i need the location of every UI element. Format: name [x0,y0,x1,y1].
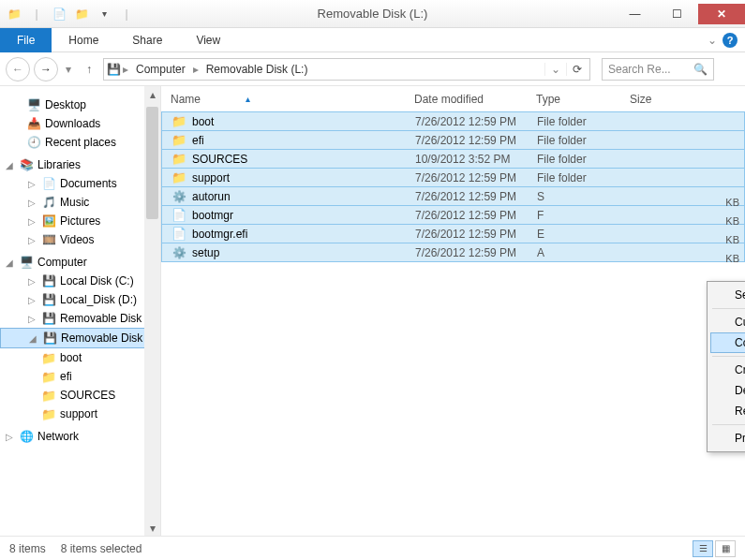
tree-label: support [60,407,97,420]
breadcrumb-segment[interactable]: Computer [130,63,191,76]
maximize-button[interactable]: ☐ [656,4,698,24]
scrollbar-thumb[interactable] [146,107,158,219]
scroll-up-icon[interactable]: ▴ [144,86,160,102]
tree-item-drive-selected[interactable]: ◢Removable Disk ( [0,328,160,348]
minimize-button[interactable]: — [614,4,656,24]
expand-icon[interactable]: ▷ [26,179,37,189]
file-row[interactable]: bootmgr7/26/2012 12:59 PMFKB [161,205,745,225]
address-dropdown-icon[interactable]: ⌄ [544,63,566,76]
file-row[interactable]: SOURCES10/9/2012 3:52 PMFile folder [161,149,745,169]
collapse-icon[interactable]: ◢ [27,333,38,344]
file-date: 7/26/2012 12:59 PM [415,171,537,184]
menu-separator [712,356,745,357]
folder-icon [171,152,186,167]
back-button[interactable]: ← [6,57,30,81]
up-button[interactable]: ↑ [79,63,99,76]
scroll-down-icon[interactable]: ▾ [144,520,160,536]
tree-item-network[interactable]: ▷Network [0,427,160,446]
tree-label: Network [37,430,79,443]
file-type: File folder [537,171,631,184]
documents-icon [41,176,56,191]
tree-label: efi [60,370,72,383]
tree-item-drive[interactable]: ▷Local_Disk (D:) [0,290,160,309]
menu-rename[interactable]: Rename [710,401,745,421]
chevron-right-icon[interactable]: ▸ [121,63,130,76]
scrollbar-track[interactable]: ▴ ▾ [144,86,160,536]
tree-item-videos[interactable]: ▷Videos [0,230,160,249]
view-tab[interactable]: View [179,29,237,52]
forward-button[interactable]: → [34,57,58,81]
expand-icon[interactable]: ▷ [26,216,37,227]
menu-separator [712,308,745,309]
new-folder-icon[interactable]: 📄 [49,4,69,24]
file-name: bootmgr [192,209,233,222]
menu-delete[interactable]: Delete [710,380,745,401]
address-bar[interactable]: ▸ Computer ▸ Removable Disk (L:) ⌄ ⟳ [103,58,590,81]
column-size-header[interactable]: Size [630,93,745,106]
menu-copy[interactable]: Copy [710,332,745,353]
expand-icon[interactable]: ▷ [26,276,37,287]
expand-icon[interactable]: ▷ [26,235,37,245]
menu-properties[interactable]: Properties [710,428,745,449]
file-row[interactable]: bootmgr.efi7/26/2012 12:59 PMEKB [161,224,745,243]
close-button[interactable]: ✕ [698,4,745,24]
details-view-button[interactable]: ☰ [693,540,713,557]
home-tab[interactable]: Home [52,29,115,52]
tree-item-desktop[interactable]: Desktop [0,96,160,114]
file-rows: boot7/26/2012 12:59 PMFile folderefi7/26… [161,111,745,262]
tree-item-music[interactable]: ▷Music [0,193,160,212]
menu-separator [712,424,745,425]
file-date: 10/9/2012 3:52 PM [415,153,537,166]
chevron-right-icon[interactable]: ▸ [191,63,201,76]
folder-icon[interactable]: 📁 [71,4,92,24]
thumbnails-view-button[interactable]: ▦ [715,540,736,557]
tree-item-pictures[interactable]: ▷Pictures [0,212,160,230]
collapse-icon[interactable]: ◢ [4,160,15,170]
tree-item-folder[interactable]: support [0,405,160,423]
tree-item-downloads[interactable]: Downloads [0,114,160,133]
menu-send-to[interactable]: Send to [710,285,745,305]
expand-icon[interactable]: ▷ [4,432,15,442]
file-type: F [537,209,631,222]
search-input[interactable]: Search Re... 🔍 [602,58,714,81]
breadcrumb-segment[interactable]: Removable Disk (L:) [201,63,314,76]
history-dropdown[interactable]: ▾ [62,63,75,76]
expand-icon[interactable]: ▷ [26,198,37,208]
tree-item-computer[interactable]: ◢Computer [0,253,160,272]
collapse-icon[interactable]: ◢ [4,258,15,268]
tree-item-drive[interactable]: ▷Removable Disk ( [0,309,160,328]
ribbon-collapse-icon[interactable]: ⌄ [708,34,717,47]
drive-icon [42,331,57,346]
file-row[interactable]: efi7/26/2012 12:59 PMFile folder [161,130,745,150]
file-row[interactable]: boot7/26/2012 12:59 PMFile folder [161,111,745,131]
column-name-header[interactable]: Name▴ [171,93,414,106]
tree-item-folder[interactable]: SOURCES [0,386,160,405]
file-tab[interactable]: File [0,28,52,52]
qat-dropdown-icon[interactable]: ▾ [94,4,114,24]
tree-item-documents[interactable]: ▷Documents [0,174,160,193]
file-date: 7/26/2012 12:59 PM [415,228,537,241]
file-name: autorun [192,190,231,203]
menu-cut[interactable]: Cut [710,312,745,332]
folder-icon [171,170,186,185]
file-type: A [537,246,631,259]
tree-item-drive[interactable]: ▷Local Disk (C:) [0,272,160,290]
tree-item-recent[interactable]: Recent places [0,133,160,152]
expand-icon[interactable]: ▷ [26,314,37,324]
tree-item-folder[interactable]: efi [0,367,160,386]
menu-create-shortcut[interactable]: Create shortcut [710,360,745,380]
share-tab[interactable]: Share [115,29,179,52]
drive-icon [41,292,56,307]
tree-item-folder[interactable]: boot [0,348,160,367]
file-row[interactable]: setup7/26/2012 12:59 PMAKB [161,243,745,262]
folder-icon [171,114,186,129]
file-row[interactable]: autorun7/26/2012 12:59 PMSKB [161,186,745,206]
expand-icon[interactable]: ▷ [26,295,37,305]
column-type-header[interactable]: Type [536,93,630,106]
tree-label: Downloads [45,117,100,130]
column-date-header[interactable]: Date modified [414,93,536,106]
file-row[interactable]: support7/26/2012 12:59 PMFile folder [161,168,745,187]
refresh-button[interactable]: ⟳ [566,63,588,76]
help-button[interactable]: ? [723,33,738,48]
tree-item-libraries[interactable]: ◢Libraries [0,155,160,174]
